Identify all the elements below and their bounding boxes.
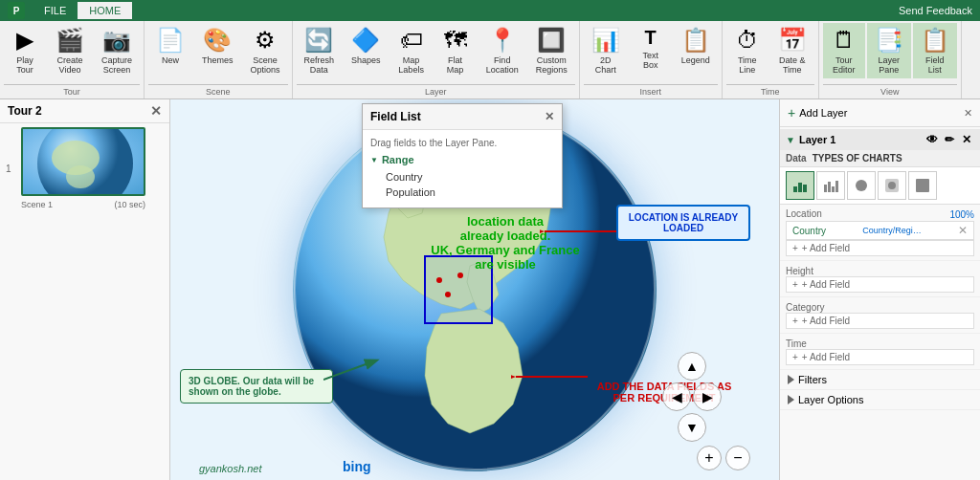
2d-chart-button[interactable]: 📊 2DChart [584,23,628,78]
location-add-field[interactable]: + + Add Field [786,240,974,256]
scene-group-label: Scene [148,84,288,98]
chart-type-region[interactable] [908,171,937,200]
scene-number: 1 [6,164,17,174]
watermark: gyankosh.net [199,463,261,474]
scene-label: Scene 1 [21,200,53,209]
legend-button[interactable]: 📋 Legend [674,23,718,69]
scene-thumbnail[interactable] [21,127,145,196]
map-labels-button[interactable]: 🏷 MapLabels [390,23,433,78]
field-population[interactable]: Population [370,185,554,200]
location-field-row: Country Country/Regi… ✕ [786,221,974,240]
chart-type-stacked[interactable] [786,171,814,200]
time-line-icon: ⏱ [736,27,759,54]
field-list-hint: Drag fields to the Layer Pane. [370,138,554,148]
range-header: ▼ Range [370,154,554,165]
right-panel-close-button[interactable]: ✕ [964,107,972,120]
send-feedback[interactable]: Send Feedback [899,5,972,16]
svg-point-7 [457,273,463,278]
text-box-button[interactable]: T TextBox [630,23,672,74]
time-add-field[interactable]: + + Add Field [786,349,974,365]
layer-section: ▼ Layer 1 👁 ✏ ✕ Data TYPES OF CHARTS [780,129,980,410]
svg-rect-15 [803,185,807,192]
map-labels-icon: 🏷 [400,27,423,54]
height-add-field[interactable]: + + Add Field [786,276,974,293]
tour-group-label: Tour [4,84,140,98]
location-field-delete[interactable]: ✕ [958,224,968,237]
layer-edit-button[interactable]: ✏ [942,132,957,147]
scene-options-button[interactable]: ⚙ SceneOptions [243,23,288,78]
nav-right-button[interactable]: ▶ [693,382,722,411]
layer-options-row[interactable]: Layer Options [780,390,980,410]
play-tour-button[interactable]: ▶ PlayTour [4,23,46,78]
svg-rect-16 [824,185,827,192]
layer-pane-button[interactable]: 📑 LayerPane [867,23,911,78]
flat-map-button[interactable]: 🗺 FlatMap [434,23,477,78]
location-label: Location [786,208,822,219]
data-label: Data [786,153,807,164]
capture-screen-button[interactable]: 📷 CaptureScreen [94,23,140,78]
tour-scene-item[interactable]: 1 [0,123,169,213]
chart-type-bubble[interactable] [847,171,876,200]
new-icon: 📄 [156,27,185,54]
date-time-button[interactable]: 📅 Date &Time [770,23,814,78]
new-scene-button[interactable]: 📄 New [148,23,192,69]
time-label: Time [786,338,807,349]
layer-group-label: Layer [297,84,575,98]
tour-panel-header: Tour 2 ✕ [0,99,169,123]
svg-rect-14 [798,183,802,192]
flat-map-icon: 🗺 [444,27,467,54]
nav-up-button[interactable]: ▲ [678,352,706,381]
zoom-in-button[interactable]: + [697,446,722,470]
themes-button[interactable]: 🎨 Themes [194,23,241,69]
create-video-button[interactable]: 🎬 CreateVideo [48,23,92,78]
add-location-label: + Add Field [802,243,850,253]
chart-type-heat[interactable] [878,171,906,200]
layer-delete-button[interactable]: ✕ [959,132,974,147]
filters-row[interactable]: Filters [780,370,980,390]
layer-icons: 👁 ✏ ✕ [924,132,974,147]
tour-close-button[interactable]: ✕ [150,103,162,119]
add-height-plus: + [792,279,798,290]
ribbon-group-layer: 🔄 RefreshData 🔷 Shapes 🏷 MapLabels 🗺 Fla… [293,21,580,98]
field-list-close-button[interactable]: ✕ [545,110,554,123]
svg-rect-13 [793,186,797,192]
filters-label: Filters [798,374,827,385]
tab-file[interactable]: FILE [33,2,78,19]
field-country[interactable]: Country [370,169,554,185]
3d-globe-callout: 3D GLOBE. Our data will be shown on the … [180,369,333,404]
scene-options-icon: ⚙ [255,27,276,54]
thumbnail-map [23,129,144,194]
category-add-field[interactable]: + + Add Field [786,313,974,329]
chart-types-row [780,167,980,205]
tab-home[interactable]: HOME [78,2,132,19]
add-category-label: + Add Field [802,316,850,326]
layer-name: Layer 1 [799,134,836,145]
chart-type-clustered[interactable] [816,171,845,200]
location-field-type: Country/Regi… [862,226,922,235]
shapes-button[interactable]: 🔷 Shapes [344,23,389,69]
nav-left-button[interactable]: ◀ [662,382,691,411]
ribbon-group-tour: ▶ PlayTour 🎬 CreateVideo 📷 CaptureScreen… [0,21,145,98]
time-line-button[interactable]: ⏱ TimeLine [726,23,768,78]
field-list-icon: 📋 [921,27,949,54]
svg-point-22 [888,182,896,189]
svg-point-2 [66,165,95,188]
location-loaded-text: location data already loaded. UK, German… [410,214,601,272]
title-tabs: FILE HOME [33,2,132,19]
text-box-icon: T [645,27,657,49]
find-location-button[interactable]: 📍 FindLocation [479,23,526,78]
zoom-out-button[interactable]: − [725,446,750,470]
custom-regions-button[interactable]: 🔲 CustomRegions [528,23,575,78]
location-pct: 100% [949,209,974,220]
nav-down-button[interactable]: ▼ [678,413,706,442]
tour-title: Tour 2 [8,104,42,118]
thumbnail-globe-svg [23,129,145,196]
refresh-data-button[interactable]: 🔄 RefreshData [297,23,343,78]
svg-rect-17 [828,182,831,192]
time-group-label: Time [726,84,814,98]
add-layer-label[interactable]: Add Layer [799,107,847,119]
right-panel: + Add Layer ✕ ▼ Layer 1 👁 ✏ ✕ Data TYPES… [779,99,980,480]
tour-editor-button[interactable]: 🗒 TourEditor [823,23,865,78]
layer-visible-button[interactable]: 👁 [924,132,940,147]
field-list-button[interactable]: 📋 FieldList [913,23,957,78]
